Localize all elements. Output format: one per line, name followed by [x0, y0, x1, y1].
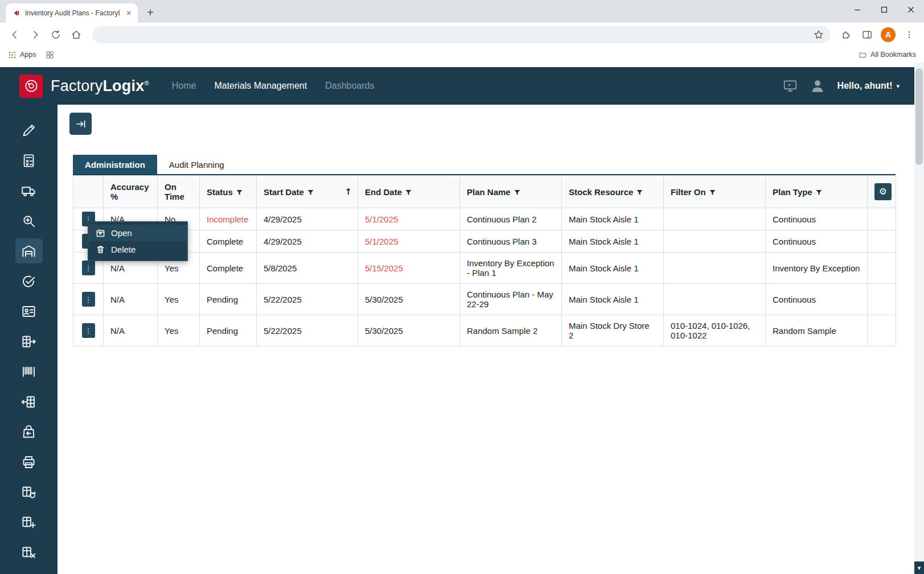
nav-home[interactable]: Home [172, 81, 196, 91]
sidebar-item-barcode[interactable] [15, 359, 43, 384]
sidebar-item-shipping[interactable] [15, 178, 43, 203]
context-menu-open[interactable]: Open [88, 225, 187, 241]
cell-filter-on [664, 230, 766, 253]
bookmark-grid-icon[interactable] [46, 51, 54, 59]
open-window-icon [96, 229, 105, 237]
cell-status: Incomplete [200, 208, 257, 230]
forward-icon[interactable] [26, 26, 44, 44]
audit-check-icon [21, 274, 36, 289]
page-scrollbar[interactable]: ▾ [914, 63, 924, 574]
scrollbar-thumb[interactable] [915, 68, 923, 165]
cell-status: Pending [200, 315, 257, 346]
browser-toolbar: A [0, 23, 924, 47]
apps-label[interactable]: Apps [20, 51, 36, 59]
bookmark-star-icon[interactable] [811, 27, 826, 42]
cell-settings [868, 208, 896, 230]
table-export-icon [21, 334, 36, 349]
sidebar-item-cycle-count[interactable] [15, 148, 43, 173]
user-menu[interactable]: Hello, ahunt! ▾ [837, 81, 900, 91]
cell-plan-name: Continuous Plan 2 [460, 208, 562, 230]
filter-icon[interactable] [405, 189, 412, 196]
browser-menu-icon[interactable] [900, 26, 918, 44]
row-menu-button[interactable]: ⋮ [82, 261, 95, 275]
sidebar-item-table-remove[interactable] [15, 540, 43, 565]
sidebar-item-receiving-return[interactable] [15, 419, 43, 444]
table-row[interactable]: ⋮ N/A No Incomplete 4/29/2025 5/1/2025 C… [73, 208, 896, 230]
cell-settings [868, 315, 896, 346]
table-remove-icon [21, 545, 36, 560]
sidebar [0, 105, 58, 574]
table-header-row: Accuracy % On Time Status Start Date↑ En… [73, 176, 896, 208]
col-start-date: Start Date↑ [257, 176, 358, 208]
window-controls [844, 0, 924, 23]
collapse-sidebar-button[interactable] [69, 113, 92, 135]
all-bookmarks-label: All Bookmarks [870, 51, 916, 59]
table-row[interactable]: ⋮ N/A Yes Complete 5/8/2025 5/15/2025 In… [73, 253, 896, 284]
table-row[interactable]: ⋮ N/A Yes Pending 5/22/2025 5/30/2025 Co… [73, 284, 896, 315]
table-row[interactable]: ⋮ N/A Yes Pending 5/22/2025 5/30/2025 Ra… [73, 315, 896, 346]
scroll-down-button[interactable]: ▾ [914, 561, 924, 574]
col-stock-resource: Stock Resource [562, 176, 664, 208]
sort-ascending-icon[interactable]: ↑ [344, 187, 352, 197]
all-bookmarks[interactable]: All Bookmarks [859, 51, 916, 59]
tab-close-icon[interactable]: ✕ [124, 9, 133, 18]
filter-icon[interactable] [636, 189, 643, 196]
app-header: FactoryLogix® Home Materials Management … [0, 67, 914, 105]
apps-grid-icon[interactable] [8, 51, 17, 59]
profile-avatar[interactable]: A [881, 27, 896, 42]
window-close-button[interactable] [897, 0, 924, 19]
cell-end-date: 5/1/2025 [358, 230, 460, 253]
filter-icon[interactable] [709, 189, 716, 196]
sidebar-item-edit-plan[interactable] [15, 118, 43, 143]
tab-administration[interactable]: Administration [73, 155, 157, 174]
sidebar-item-table-export[interactable] [15, 329, 43, 354]
grid-settings-button[interactable]: ⚙ [874, 183, 892, 200]
sidebar-item-table-refresh[interactable] [15, 480, 43, 505]
cell-start-date: 5/8/2025 [257, 253, 358, 284]
table-import-icon [21, 394, 36, 410]
sidebar-item-contacts[interactable] [15, 299, 43, 324]
back-icon[interactable] [6, 26, 24, 44]
home-icon[interactable] [67, 26, 85, 44]
remote-monitor-icon[interactable] [783, 79, 798, 93]
context-menu-delete[interactable]: Delete [88, 241, 187, 258]
sidebar-item-print[interactable] [15, 449, 43, 474]
caret-down-icon: ▾ [896, 82, 900, 90]
browser-tab[interactable]: Inventory Audit Plans - FactoryL ✕ [6, 3, 138, 23]
extensions-icon[interactable] [837, 26, 856, 44]
filter-icon[interactable] [236, 189, 243, 196]
cell-plan-type: Continuous [766, 230, 868, 253]
sidebar-item-table-add[interactable] [15, 510, 43, 535]
gear-icon: ⚙ [879, 187, 887, 196]
row-menu-button[interactable]: ⋮ [82, 292, 95, 307]
row-menu-button[interactable]: ⋮ [82, 323, 95, 338]
tab-title: Inventory Audit Plans - FactoryL [25, 9, 120, 17]
sidebar-item-warehouse[interactable] [15, 238, 43, 263]
sidebar-item-table-import[interactable] [15, 389, 43, 414]
nav-materials-management[interactable]: Materials Management [214, 81, 307, 91]
refresh-icon[interactable] [47, 26, 65, 44]
cell-filter-on [664, 208, 766, 230]
filter-icon[interactable] [307, 189, 314, 196]
sidebar-item-stock-search[interactable] [15, 208, 43, 233]
truck-icon [21, 183, 36, 199]
cell-status: Complete [200, 230, 257, 253]
edit-plan-icon [21, 123, 36, 138]
new-tab-button[interactable]: + [142, 5, 158, 20]
table-row[interactable]: ⋮ Complete 4/29/2025 5/1/2025 Continuous… [73, 230, 896, 253]
window-maximize-button[interactable] [870, 0, 897, 19]
cell-plan-name: Inventory By Exception - Plan 1 [460, 253, 562, 284]
sidebar-item-audit-check[interactable] [15, 269, 43, 294]
cell-end-date: 5/1/2025 [358, 208, 460, 230]
filter-icon[interactable] [816, 189, 822, 196]
cell-start-date: 4/29/2025 [257, 208, 358, 230]
screen: Inventory Audit Plans - FactoryL ✕ + A A… [0, 0, 924, 574]
tab-audit-planning[interactable]: Audit Planning [157, 155, 236, 174]
nav-dashboards[interactable]: Dashboards [325, 81, 374, 91]
address-bar[interactable] [92, 26, 831, 43]
col-actions [73, 176, 104, 208]
window-minimize-button[interactable] [844, 0, 870, 19]
filter-icon[interactable] [514, 189, 520, 196]
user-icon[interactable] [809, 77, 826, 94]
side-panel-icon[interactable] [858, 26, 876, 44]
